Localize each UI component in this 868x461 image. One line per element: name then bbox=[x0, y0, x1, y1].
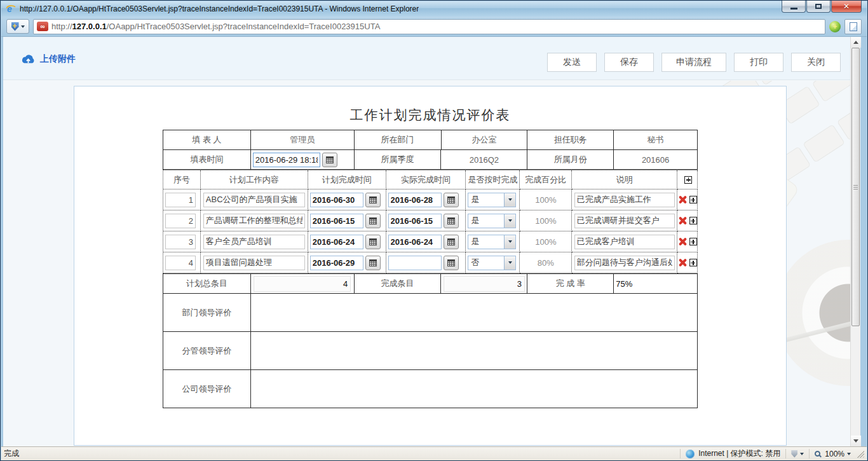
row4-actual-date-input[interactable] bbox=[388, 256, 442, 270]
company-eval-area[interactable] bbox=[251, 370, 698, 408]
header-plan-date: 计划完成时间 bbox=[308, 170, 386, 189]
dropdown-button[interactable] bbox=[504, 214, 515, 228]
row3-plan-calendar-button[interactable] bbox=[365, 235, 381, 249]
dropdown-button[interactable] bbox=[504, 193, 515, 207]
row3-plan-date-input[interactable] bbox=[310, 235, 363, 249]
month-label: 所属月份 bbox=[527, 150, 614, 170]
row1-actual-calendar-button[interactable] bbox=[444, 193, 459, 207]
dropdown-button[interactable] bbox=[504, 256, 515, 270]
delete-row-icon[interactable] bbox=[678, 258, 688, 267]
calendar-icon bbox=[369, 259, 377, 266]
dept-eval-area[interactable] bbox=[251, 294, 698, 332]
send-button[interactable]: 发送 bbox=[547, 53, 597, 72]
print-button[interactable]: 打印 bbox=[734, 53, 783, 72]
vertical-scrollbar[interactable] bbox=[850, 37, 860, 446]
address-input[interactable]: ∞ http://127.0.0.1/OAapp/HtTrace0503Serv… bbox=[33, 19, 825, 34]
apply-flow-button[interactable]: 申请流程 bbox=[661, 53, 726, 72]
close-page-button[interactable]: 关闭 bbox=[791, 53, 841, 72]
row4-no-input[interactable] bbox=[165, 256, 196, 270]
add-row-icon[interactable] bbox=[689, 217, 697, 224]
maximize-button[interactable] bbox=[806, 1, 831, 13]
row2-plan-calendar-button[interactable] bbox=[365, 214, 381, 228]
minimize-icon bbox=[790, 8, 797, 10]
rate-label: 完 成 率 bbox=[527, 274, 614, 294]
delete-row-icon[interactable] bbox=[678, 216, 688, 225]
fill-time-calendar-button[interactable] bbox=[322, 153, 337, 167]
calendar-icon bbox=[369, 238, 377, 245]
row2-actual-date-input[interactable] bbox=[388, 214, 442, 228]
scroll-up-button[interactable] bbox=[851, 37, 861, 48]
thumb-grip-icon bbox=[853, 184, 858, 189]
add-row-icon[interactable] bbox=[689, 259, 697, 266]
row1-note-cell bbox=[572, 189, 677, 210]
row1-content-input[interactable] bbox=[203, 193, 305, 207]
close-window-button[interactable]: ✕ bbox=[831, 1, 862, 13]
row2-on-time-select[interactable]: 是 bbox=[468, 214, 516, 228]
title-bar[interactable]: e http://127.0.0.1/OAapp/HtTrace0503Serv… bbox=[1, 1, 867, 17]
addon-ball-icon[interactable]: + bbox=[829, 21, 841, 32]
status-text: 完成 bbox=[4, 448, 675, 459]
fill-time-input[interactable] bbox=[253, 153, 320, 167]
calendar-icon bbox=[369, 217, 377, 224]
compatibility-view-button[interactable] bbox=[844, 19, 862, 34]
row3-content-input[interactable] bbox=[203, 235, 305, 249]
row4-actual-calendar-button[interactable] bbox=[444, 256, 459, 270]
add-row-icon[interactable] bbox=[684, 176, 692, 184]
chevron-down-icon[interactable] bbox=[847, 453, 851, 455]
total-value-cell: 4 bbox=[251, 274, 355, 294]
row4-content-input[interactable] bbox=[203, 256, 305, 270]
resize-grip[interactable] bbox=[856, 450, 864, 458]
info-table: 填 表 人 管理员 所在部门 办公室 担任职务 秘书 填表时间 bbox=[163, 130, 698, 170]
cloud-upload-icon bbox=[21, 54, 36, 64]
chevron-down-icon[interactable] bbox=[800, 453, 804, 455]
row1-on-time-select[interactable]: 是 bbox=[468, 193, 516, 207]
arrow-up-icon bbox=[853, 41, 858, 44]
row3-plan-date-cell bbox=[308, 231, 386, 252]
row3-note-input[interactable] bbox=[574, 235, 675, 249]
scroll-down-button[interactable] bbox=[851, 436, 861, 446]
security-shield-button[interactable]: + bbox=[6, 19, 29, 34]
row4-note-input[interactable] bbox=[574, 256, 675, 270]
calendar-icon bbox=[326, 156, 334, 163]
quarter-label: 所属季度 bbox=[355, 150, 442, 170]
header-add-cell bbox=[677, 170, 698, 189]
protection-shield-icon[interactable] bbox=[791, 450, 797, 458]
dropdown-button[interactable] bbox=[504, 235, 515, 249]
plan-header-row: 序号 计划工作内容 计划完成时间 实际完成时间 是否按时完成 完成百分比 说明 bbox=[163, 170, 698, 189]
summary-row: 计划总条目 4 完成条目 3 完 成 率 75% bbox=[163, 274, 698, 294]
row1-no-input[interactable] bbox=[165, 193, 196, 207]
zoom-magnifier-icon[interactable] bbox=[815, 451, 820, 457]
row4-plan-date-cell bbox=[308, 252, 386, 273]
row2-no-input[interactable] bbox=[165, 214, 196, 228]
eval-row-dept: 部门领导评价 bbox=[163, 294, 698, 332]
minimize-button[interactable] bbox=[782, 1, 806, 13]
scrollbar-thumb[interactable] bbox=[851, 48, 860, 326]
zoom-level[interactable]: 100% bbox=[825, 450, 844, 458]
row4-on-time-select[interactable]: 否 bbox=[468, 256, 516, 270]
row2-plan-date-input[interactable] bbox=[310, 214, 363, 228]
row4-plan-date-input[interactable] bbox=[310, 256, 363, 270]
row1-plan-calendar-button[interactable] bbox=[365, 193, 381, 207]
header-no: 序号 bbox=[163, 170, 201, 189]
row1-note-input[interactable] bbox=[574, 193, 675, 207]
row3-actual-calendar-button[interactable] bbox=[444, 235, 459, 249]
row4-plan-calendar-button[interactable] bbox=[365, 256, 381, 270]
row2-actual-calendar-button[interactable] bbox=[444, 214, 459, 228]
row1-actual-date-input[interactable] bbox=[388, 193, 442, 207]
row3-actual-date-input[interactable] bbox=[388, 235, 442, 249]
save-button[interactable]: 保存 bbox=[604, 53, 654, 72]
total-label: 计划总条目 bbox=[163, 274, 251, 294]
add-row-icon[interactable] bbox=[689, 238, 697, 245]
upload-attachment-link[interactable]: 上传附件 bbox=[21, 53, 76, 65]
delete-row-icon[interactable] bbox=[678, 237, 688, 246]
row3-no-input[interactable] bbox=[165, 235, 196, 249]
supervisor-eval-area[interactable] bbox=[251, 332, 698, 370]
shield-plus-icon: + bbox=[11, 22, 19, 31]
add-row-icon[interactable] bbox=[689, 196, 697, 203]
row2-content-input[interactable] bbox=[203, 214, 305, 228]
delete-row-icon[interactable] bbox=[678, 195, 688, 204]
row2-note-input[interactable] bbox=[574, 214, 675, 228]
dept-eval-label: 部门领导评价 bbox=[163, 294, 251, 332]
row1-plan-date-input[interactable] bbox=[310, 193, 363, 207]
row3-on-time-select[interactable]: 是 bbox=[468, 235, 516, 249]
